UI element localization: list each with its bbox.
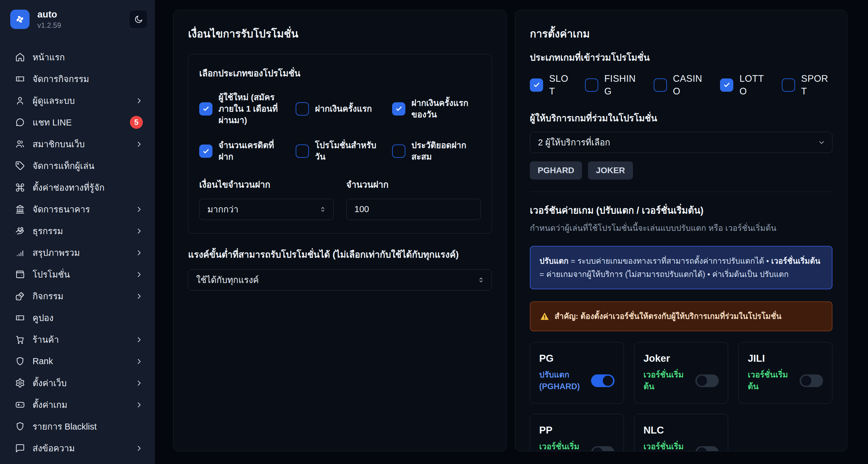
- deposit-amount-input[interactable]: [346, 199, 481, 220]
- checkbox-option[interactable]: จำนวนเครดิตที่ฝาก: [199, 140, 288, 163]
- version-warning-box: สำคัญ: ต้องตั้งค่าเวอร์ชั่นให้ตรงกับผู้ใ…: [530, 301, 832, 331]
- sidebar-item-label: สมาชิกบนเว็บ: [33, 137, 85, 151]
- chevron-up-down-icon: [319, 205, 327, 213]
- checkbox-option[interactable]: โปรโมชั่นสำหรับวัน: [296, 140, 384, 163]
- sidebar-item-label: ตั้งค่าช่องทางที่รู้จัก: [33, 181, 104, 195]
- cart-icon: [15, 335, 25, 345]
- app-name: auto: [37, 9, 61, 20]
- sidebar-item-label: คูปอง: [33, 311, 53, 325]
- sidebar-item-8[interactable]: ธุรกรรม: [8, 220, 148, 242]
- section-divider: [530, 192, 832, 192]
- checkbox[interactable]: [296, 102, 309, 116]
- sidebar-item-1[interactable]: จัดการกิจกรรม: [8, 68, 148, 90]
- warning-triangle-icon: [539, 311, 550, 322]
- checkbox-option[interactable]: ผู้ใช้ใหม่ (สมัคร ภายใน 1 เดือนที่ ผ่านม…: [199, 92, 288, 126]
- chevron-right-icon: [135, 140, 143, 148]
- checkbox-option[interactable]: ฝากเงินครั้งแรก: [296, 92, 384, 126]
- sidebar-item-17[interactable]: รายการ Blacklist: [8, 416, 148, 437]
- chevron-right-icon: [135, 227, 143, 235]
- sidebar-item-11[interactable]: กิจกรรม: [8, 285, 148, 307]
- checkbox[interactable]: [199, 145, 213, 158]
- providers-select[interactable]: 2 ผู้ให้บริการที่เลือก: [530, 132, 832, 153]
- sidebar-item-10[interactable]: โปรโมชั่น: [8, 264, 148, 285]
- checkbox[interactable]: [530, 79, 543, 92]
- sidebar-item-4[interactable]: สมาชิกบนเว็บ: [8, 133, 148, 155]
- sidebar-item-label: ตั้งค่าเกม: [33, 398, 67, 412]
- checkbox-label: โปรโมชั่นสำหรับวัน: [315, 140, 384, 163]
- sidebar-item-7[interactable]: จัดการธนาคาร: [8, 199, 148, 220]
- version-toggle[interactable]: [695, 446, 719, 451]
- checkbox-label: CASINO: [673, 72, 708, 98]
- sidebar-item-5[interactable]: จัดการแท็กผู้เล่น: [8, 155, 148, 177]
- provider-version-card: PP เวอร์ชั่นเริ่ม ต้น: [530, 414, 624, 451]
- sidebar-item-14[interactable]: Rank: [8, 351, 148, 372]
- checkbox-option[interactable]: LOTTO: [720, 72, 770, 98]
- sidebar-item-label: รายการ Blacklist: [33, 419, 97, 434]
- checkbox[interactable]: [720, 79, 733, 92]
- gamepad-icon: [15, 400, 25, 410]
- checkbox-option[interactable]: SPORT: [782, 72, 832, 98]
- checkbox-option[interactable]: FISHING: [585, 72, 642, 98]
- panel-title: เงื่อนไขการรับโปรโมชั่น: [188, 25, 492, 42]
- notification-badge: 5: [130, 116, 143, 129]
- checkbox-label: SPORT: [801, 72, 832, 98]
- sidebar-item-3[interactable]: แชท LINE 5: [8, 112, 148, 133]
- tag-icon: [15, 161, 25, 171]
- checkbox[interactable]: [782, 79, 795, 92]
- sidebar-item-label: จัดการกิจกรรม: [33, 72, 89, 86]
- dark-mode-toggle[interactable]: [129, 10, 148, 29]
- provider-version-card: Joker เวอร์ชั่นเริ่ม ต้น: [634, 342, 728, 404]
- version-toggle[interactable]: [800, 374, 823, 387]
- bank-icon: [15, 204, 25, 214]
- chevron-right-icon: [135, 271, 143, 279]
- promo-type-box: เลือกประเภทของโปรโมชั่น ผู้ใช้ใหม่ (สมัค…: [188, 54, 492, 233]
- checkbox[interactable]: [654, 79, 667, 92]
- min-rank-select[interactable]: ใช้ได้กับทุกแรงค์: [188, 269, 492, 291]
- sidebar-item-2[interactable]: ผู้ดูแลระบบ: [8, 90, 148, 112]
- sidebar-item-15[interactable]: ตั้งค่าเว็บ: [8, 372, 148, 394]
- sidebar-item-13[interactable]: ร้านค้า: [8, 329, 148, 351]
- provider-version-status: เวอร์ชั่นเริ่ม ต้น: [539, 441, 584, 451]
- app-logo-icon: [10, 10, 30, 29]
- checkbox-option[interactable]: ฝากเงินครั้งแรก ของวัน: [392, 92, 481, 126]
- version-toggle[interactable]: [591, 374, 615, 387]
- deposit-condition-select[interactable]: มากกว่า: [199, 199, 334, 220]
- deposit-condition-label: เงื่อนไขจำนวนฝาก: [199, 178, 334, 192]
- command-icon: [15, 182, 25, 193]
- chevron-down-icon: [818, 139, 826, 146]
- sidebar-item-label: กิจกรรม: [33, 289, 63, 303]
- sidebar-item-12[interactable]: คูปอง: [8, 307, 148, 329]
- sidebar-item-16[interactable]: ตั้งค่าเกม: [8, 394, 148, 416]
- checkbox[interactable]: [392, 145, 405, 158]
- sidebar-item-label: สรุปภาพรวม: [33, 246, 80, 260]
- version-section-subtitle: กำหนดว่าผู้เล่นที่ใช้โปรโมชั่นนี้จะเล่นแ…: [530, 222, 832, 234]
- provider-chip[interactable]: JOKER: [588, 162, 632, 179]
- version-toggle[interactable]: [591, 446, 615, 451]
- checkbox[interactable]: [585, 79, 598, 92]
- checkbox-option[interactable]: ประวัติยอดฝาก สะสม: [392, 140, 481, 163]
- sidebar-item-label: ผู้ดูแลระบบ: [33, 94, 75, 108]
- chevron-right-icon: [135, 97, 143, 105]
- checkbox-label: ฝากเงินครั้งแรก ของวัน: [411, 97, 481, 120]
- chevron-right-icon: [135, 249, 143, 257]
- sidebar-item-9[interactable]: สรุปภาพรวม: [8, 242, 148, 264]
- version-toggle[interactable]: [695, 374, 719, 387]
- sidebar-item-0[interactable]: หน้าแรก: [8, 47, 148, 68]
- chevron-up-down-icon: [477, 276, 485, 284]
- provider-version-card: JILI เวอร์ชั่นเริ่ม ต้น: [738, 342, 832, 404]
- app-version: v1.2.59: [37, 21, 61, 30]
- checkbox[interactable]: [296, 145, 309, 158]
- checkbox[interactable]: [392, 102, 405, 116]
- version-info-box: ปรับแตก = ระบบค่ายเกมของทางเราที่สามารถต…: [530, 246, 832, 289]
- chat-icon: [15, 117, 25, 127]
- checkbox[interactable]: [199, 102, 213, 116]
- provider-chip[interactable]: PGHARD: [530, 162, 582, 179]
- checkbox-option[interactable]: SLOT: [530, 72, 573, 98]
- sidebar-menu: หน้าแรก จัดการกิจกรรม ผู้ดูแลระบบ แชท LI…: [8, 47, 148, 459]
- sidebar-item-18[interactable]: ส่งข้อความ: [8, 437, 148, 459]
- checkbox-label: FISHING: [604, 72, 642, 98]
- sidebar-item-6[interactable]: ตั้งค่าช่องทางที่รู้จัก: [8, 177, 148, 199]
- checkbox-option[interactable]: CASINO: [654, 72, 708, 98]
- sidebar-item-label: ร้านค้า: [33, 333, 59, 347]
- sidebar-item-label: โปรโมชั่น: [33, 268, 70, 282]
